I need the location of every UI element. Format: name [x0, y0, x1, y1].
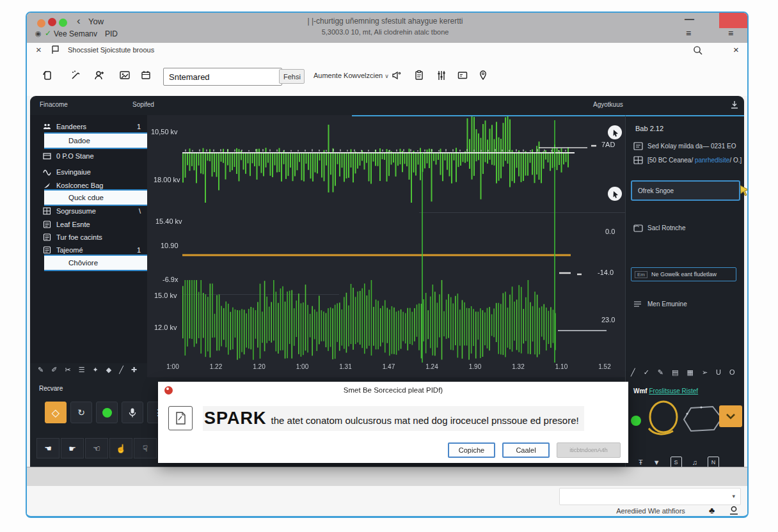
lasso-circle-icon[interactable] — [645, 399, 681, 441]
club-icon[interactable]: ♣ — [709, 505, 715, 515]
menu-icon[interactable]: ≡ — [686, 28, 691, 38]
sidebar-item-dadoe[interactable]: Dadoe — [44, 132, 147, 149]
right-panel-row-1[interactable]: Sed Kolay milda da— 0231 EO — [633, 142, 736, 150]
hand-point-down-button[interactable]: ☟ — [134, 438, 157, 458]
close-tab-icon[interactable]: × — [36, 44, 42, 55]
right-panel-row-3[interactable]: Sacl Rotnche — [633, 224, 685, 232]
hand-point-left-button[interactable]: ☜ — [85, 438, 108, 458]
diamond-small-icon[interactable]: ◆ — [106, 366, 111, 374]
down-arrow-icon[interactable]: ▼ — [653, 458, 660, 466]
fehsi-button[interactable]: Fehsi — [279, 69, 305, 84]
traffic-light-green[interactable] — [59, 19, 67, 27]
sidebar-item-badge: 1 — [137, 123, 141, 130]
shape-o-icon[interactable]: O — [729, 368, 735, 377]
pen-icon[interactable]: ✎ — [658, 368, 663, 377]
close-window-button[interactable] — [719, 13, 747, 28]
froslitsuse-link[interactable]: Froslitsuse Ristef — [649, 387, 698, 395]
traffic-light-orange[interactable] — [37, 19, 45, 27]
slash-icon[interactable]: ╱ — [631, 368, 635, 377]
chart-nav-button-top[interactable] — [608, 125, 622, 139]
sidebar-item-leaf-esnte[interactable]: Leaf Esnte — [30, 218, 147, 231]
cursor-icon[interactable]: ➢ — [702, 368, 708, 377]
waveform-chart: 10,50 kv18.00 kv15.40 kv10.90-6.9x15.0 k… — [147, 115, 625, 377]
rotate-device-icon[interactable] — [40, 67, 56, 84]
ofrek-input[interactable]: Ofrek Sngoe — [631, 180, 740, 201]
download-icon[interactable] — [729, 99, 740, 113]
note-icon[interactable]: ♫ — [692, 458, 697, 466]
equalizer-icon[interactable] — [433, 67, 450, 84]
stylus-icon[interactable]: ✐ — [51, 366, 57, 374]
caalel-button[interactable]: Caalel — [502, 442, 550, 458]
sidebar-item-sogrsusume[interactable]: Sogrsusume\ — [30, 205, 147, 217]
bookmark-flag-icon[interactable] — [50, 45, 60, 58]
account-icon[interactable] — [728, 505, 740, 518]
copiche-button[interactable]: Copiche — [448, 442, 495, 458]
sidebar-item-eandeers[interactable]: Eandeers1 — [30, 120, 147, 133]
megaphone-icon[interactable] — [388, 67, 405, 84]
polygon-select-icon[interactable] — [682, 404, 724, 434]
right-panel-row-2[interactable]: [50 BC Ceanea/ panrhedlsite/ O.] — [633, 156, 742, 164]
check-icon[interactable]: ✓ — [644, 368, 649, 377]
clipboard-icon[interactable] — [411, 67, 427, 84]
card-icon[interactable] — [454, 67, 471, 84]
box-n-icon[interactable]: N — [708, 457, 719, 467]
shape-u-icon[interactable]: U — [716, 368, 721, 377]
box-s-icon[interactable]: S — [671, 457, 682, 467]
pid-label[interactable]: PID — [105, 29, 118, 38]
sidebar-item-esvingaiue[interactable]: Esvingaiue — [30, 166, 147, 178]
pen-icon[interactable]: ✎ — [38, 366, 44, 374]
sidebar-item-ch-viore[interactable]: Chôviore — [44, 254, 147, 271]
mic-button[interactable] — [122, 402, 143, 423]
menu-icon[interactable]: ☰ — [79, 366, 85, 374]
scissors-icon[interactable]: ✂ — [65, 366, 70, 374]
traffic-light-red[interactable] — [48, 18, 56, 26]
slash-icon[interactable]: ╱ — [119, 366, 123, 374]
document-icon — [168, 406, 193, 430]
plus-icon[interactable]: ✚ — [131, 366, 137, 374]
back-arrow-icon[interactable]: ‹ — [77, 15, 81, 27]
y-axis-label-left: -6.9x — [163, 276, 178, 283]
record-button[interactable] — [96, 402, 118, 423]
y-axis-label-right: 23.0 — [601, 316, 615, 324]
diamond-tool-button[interactable]: ◇ — [45, 402, 67, 423]
iticbtndoena4h-button: iticbtndoenA4h — [557, 442, 621, 458]
shape-tools — [626, 398, 744, 448]
sidebar-item-0-p-o-stane[interactable]: 0 P.O Stane — [30, 150, 147, 162]
sidebar-item-quck-cdue[interactable]: Quck cdue — [44, 189, 147, 206]
row-2-link[interactable]: panrhedlsite — [695, 157, 729, 164]
search-icon[interactable] — [692, 45, 703, 58]
image-icon[interactable] — [116, 67, 133, 84]
grid-box-icon[interactable]: ▦ — [687, 368, 693, 377]
x-axis-label: 1.20 — [245, 363, 273, 370]
hand-black-left-button[interactable]: ☚ — [36, 438, 60, 458]
list-box-icon[interactable]: ▤ — [672, 368, 678, 377]
menu-icon-2[interactable]: ≡ — [728, 28, 733, 38]
close-panel-icon[interactable]: × — [733, 44, 739, 55]
right-panel-row-4[interactable]: Men Emunine — [633, 301, 687, 308]
tab-sopifed[interactable]: Sopifed — [132, 101, 154, 108]
pen-tool-icon[interactable] — [67, 67, 84, 84]
hand-point-up-button[interactable]: ☝ — [109, 438, 132, 458]
calendar-icon[interactable] — [138, 67, 154, 84]
tab-finacome[interactable]: Finacome — [40, 101, 68, 108]
waveform-canvas[interactable] — [147, 115, 625, 377]
title-bar: ‹ Yow | |-churtigg uñemning sfestult aha… — [27, 13, 747, 43]
add-person-icon[interactable] — [91, 67, 107, 84]
window-title: | |-churtigg uñemning sfestult ahaygue k… — [187, 17, 584, 26]
rotate-button[interactable]: ↻ — [70, 402, 92, 423]
x-axis-label: 1:00 — [289, 363, 317, 370]
expand-button[interactable] — [719, 405, 742, 427]
search-input[interactable] — [163, 68, 282, 86]
y-axis-label-right: 7AD — [601, 141, 615, 148]
chart-nav-button-bottom[interactable] — [608, 187, 622, 201]
minimize-button[interactable]: — — [685, 13, 694, 24]
status-input[interactable]: ▾ — [559, 488, 741, 505]
gowelk-input[interactable]: Em Ne Gowelk eant fludetlaw — [631, 267, 736, 281]
dropdown-selector[interactable]: Aumente Kowvelzcien∨ — [314, 72, 389, 79]
sidebar-item-tur-foe-cacints[interactable]: Tur foe cacints — [30, 231, 147, 244]
sidebar-item-label: Quck cdue — [68, 194, 104, 201]
location-pin-icon[interactable] — [475, 67, 491, 84]
hand-black-right-button[interactable]: ☛ — [61, 438, 84, 458]
sparkle-icon[interactable]: ✦ — [93, 366, 99, 374]
table-icon[interactable]: Ŧ — [639, 458, 643, 466]
